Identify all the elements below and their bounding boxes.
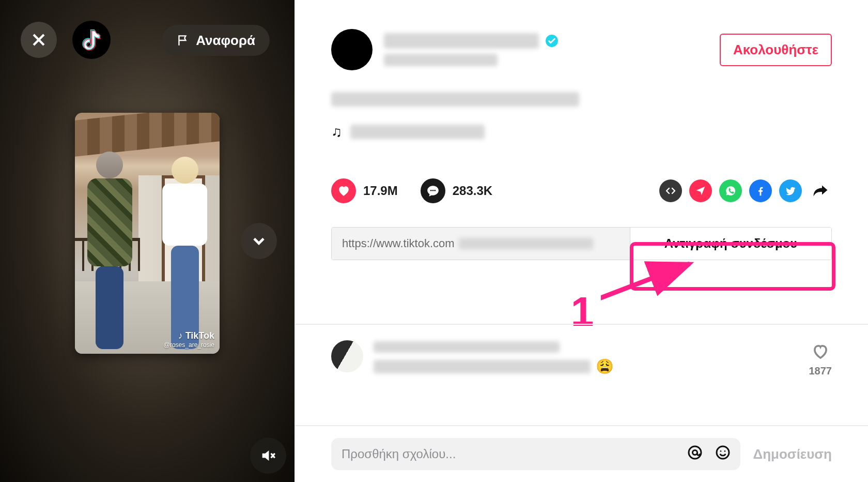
follow-button[interactable]: Ακολουθήστε [720, 34, 832, 66]
avatar[interactable] [331, 29, 373, 70]
share-icons [659, 179, 832, 202]
comment-avatar[interactable] [331, 340, 363, 372]
callout-arrow [588, 260, 697, 306]
video-url-redacted [459, 238, 593, 249]
comment-username-redacted [374, 341, 560, 353]
video-watermark-handle: @roses_are_rosie [164, 341, 214, 349]
comment-icon [421, 178, 445, 203]
next-video-button[interactable] [241, 223, 277, 259]
display-name-redacted [384, 54, 498, 66]
copy-link-button[interactable]: Αντιγραφή συνδέσμου [630, 228, 831, 260]
comment-input[interactable]: Προσθήκη σχολίου... [331, 438, 740, 470]
profile-header: Ακολουθήστε [331, 29, 832, 70]
video-watermark: ♪ TikTok [164, 330, 214, 341]
mute-button[interactable] [250, 438, 286, 474]
svg-point-7 [717, 446, 729, 459]
detail-pane: Ακολουθήστε ♫ 17.9M [295, 0, 868, 482]
music-link[interactable]: ♫ [331, 124, 832, 140]
verified-badge-icon [545, 34, 559, 48]
svg-point-3 [434, 190, 436, 191]
share-send-button[interactable] [689, 179, 712, 202]
music-title-redacted [350, 125, 485, 139]
chevron-down-icon [250, 232, 268, 250]
report-button[interactable]: Αναφορά [162, 25, 270, 56]
share-embed-button[interactable] [659, 179, 682, 202]
comment-count: 283.3K [453, 184, 492, 198]
close-button[interactable] [21, 22, 57, 58]
like-stat[interactable]: 17.9M [331, 178, 398, 203]
tiktok-icon [81, 28, 102, 51]
comment-placeholder: Προσθήκη σχολίου... [342, 447, 456, 461]
svg-point-1 [430, 190, 432, 191]
video-url-text: https://www.tiktok.com [342, 237, 455, 250]
svg-point-8 [720, 450, 722, 452]
post-comment-button[interactable]: Δημοσίευση [753, 446, 832, 462]
comment-like-button[interactable] [809, 342, 832, 363]
comment-emoji: 😩 [596, 358, 614, 375]
share-forward-button[interactable] [809, 179, 832, 202]
comment-text-redacted [374, 360, 591, 373]
svg-point-2 [432, 190, 433, 191]
heart-icon [331, 178, 356, 203]
share-facebook-button[interactable] [749, 179, 772, 202]
caption [331, 92, 832, 110]
report-label: Αναφορά [196, 33, 255, 49]
comments-section: 😩 1877 [295, 324, 868, 425]
comment-item: 😩 1877 [331, 340, 832, 375]
share-arrow-icon [811, 182, 830, 200]
heart-outline-icon [811, 342, 830, 361]
share-whatsapp-button[interactable] [719, 179, 742, 202]
svg-point-5 [689, 446, 701, 459]
comment-like-count: 1877 [809, 365, 832, 377]
video-pane: Αναφορά ♪ TikTok @roses_are_rosie [0, 0, 295, 482]
figure-right [156, 157, 214, 349]
figure-left [81, 152, 138, 349]
username-redacted [384, 33, 539, 49]
emoji-button[interactable] [715, 444, 731, 464]
mention-button[interactable] [687, 444, 703, 464]
music-note-icon: ♫ [331, 124, 342, 140]
comment-stat[interactable]: 283.3K [421, 178, 492, 203]
video-url[interactable]: https://www.tiktok.com [332, 228, 630, 260]
close-icon [30, 31, 48, 49]
at-icon [687, 444, 703, 461]
volume-mute-icon [259, 447, 277, 464]
comment-composer: Προσθήκη σχολίου... Δημοσίευση [295, 425, 868, 482]
svg-point-9 [724, 450, 726, 452]
flag-icon [176, 34, 190, 47]
tiktok-logo[interactable] [72, 21, 111, 59]
smile-icon [715, 444, 731, 461]
like-count: 17.9M [363, 184, 398, 198]
video-thumbnail[interactable]: ♪ TikTok @roses_are_rosie [75, 113, 220, 354]
link-row: https://www.tiktok.com Αντιγραφή συνδέσμ… [331, 227, 832, 260]
share-twitter-button[interactable] [779, 179, 802, 202]
svg-line-4 [593, 264, 690, 301]
